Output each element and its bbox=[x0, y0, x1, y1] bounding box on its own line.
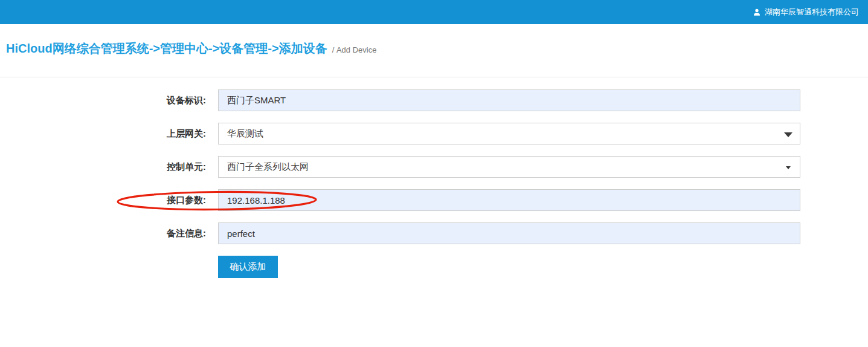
chevron-down-icon bbox=[784, 132, 792, 137]
remarks-label: 备注信息: bbox=[0, 222, 206, 244]
interface-params-label: 接口参数: bbox=[0, 189, 206, 211]
gateway-label: 上层网关: bbox=[0, 123, 206, 144]
confirm-add-button[interactable]: 确认添加 bbox=[218, 256, 278, 278]
control-unit-label: 控制单元: bbox=[0, 156, 206, 178]
form-row: 控制单元: 西门子全系列以太网 bbox=[0, 156, 868, 178]
control-unit-select[interactable]: 西门子全系列以太网 bbox=[218, 156, 800, 178]
gateway-select[interactable]: 华辰测试 bbox=[218, 123, 800, 144]
remarks-input[interactable] bbox=[218, 222, 800, 244]
interface-params-input[interactable] bbox=[218, 189, 800, 211]
breadcrumb-subtitle: / Add Device bbox=[332, 45, 377, 54]
breadcrumb[interactable]: HiCloud网络综合管理系统->管理中心->设备管理->添加设备 bbox=[6, 42, 327, 55]
form-row: 接口参数: bbox=[0, 189, 868, 211]
company-name: 湖南华辰智通科技有限公司 bbox=[765, 7, 859, 18]
gateway-select-value: 华辰测试 bbox=[227, 128, 263, 140]
account-menu[interactable]: 湖南华辰智通科技有限公司 bbox=[753, 7, 859, 18]
add-device-form: 设备标识: 上层网关: 华辰测试 控制单元: 西门子全系列以太网 接口参数: 备 bbox=[0, 77, 868, 278]
chevron-down-icon bbox=[786, 166, 791, 169]
control-unit-select-value: 西门子全系列以太网 bbox=[227, 161, 309, 173]
form-row: 设备标识: bbox=[0, 89, 868, 111]
user-icon bbox=[753, 8, 761, 16]
form-row: 备注信息: bbox=[0, 222, 868, 244]
top-bar: 湖南华辰智通科技有限公司 bbox=[0, 0, 868, 24]
device-id-input[interactable] bbox=[218, 89, 800, 111]
device-id-label: 设备标识: bbox=[0, 89, 206, 111]
breadcrumb-bar: HiCloud网络综合管理系统->管理中心->设备管理->添加设备/ Add D… bbox=[0, 24, 868, 77]
form-row: 上层网关: 华辰测试 bbox=[0, 123, 868, 144]
